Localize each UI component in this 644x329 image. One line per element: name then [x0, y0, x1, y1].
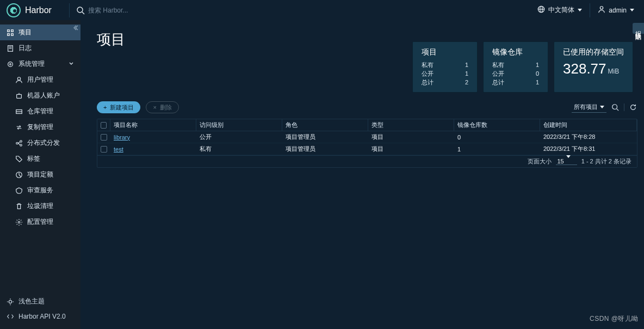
sidebar-item-projects[interactable]: 项目	[0, 25, 81, 40]
btn-label: 删除	[160, 103, 172, 112]
card-storage: 已使用的存储空间 328.77MiB	[554, 41, 633, 93]
svg-line-1	[82, 12, 84, 14]
sidebar-item-users[interactable]: 用户管理	[0, 72, 81, 88]
col-access[interactable]: 访问级别	[196, 119, 282, 131]
language-label: 中文简体	[548, 5, 574, 15]
user-menu[interactable]: admin	[598, 5, 634, 15]
replication-icon	[15, 124, 23, 131]
api-label: Harbor API V2.0	[18, 313, 66, 320]
col-repo-count[interactable]: 镜像仓库数	[454, 119, 540, 131]
harbor-logo	[7, 3, 21, 17]
value: 1	[465, 69, 468, 78]
sidebar-item-config[interactable]: 配置管理	[0, 214, 81, 230]
col-created[interactable]: 创建时间	[540, 119, 637, 131]
svg-point-26	[18, 221, 20, 223]
language-switcher[interactable]: 中文简体	[537, 5, 582, 15]
cell-type: 项目	[368, 143, 454, 155]
card-title: 已使用的存储空间	[563, 47, 624, 57]
projects-table: 项目名称 访问级别 角色 类型 镜像仓库数 创建时间 library公开项目管理…	[97, 119, 637, 168]
sidebar-item-label: 系统管理	[18, 59, 45, 69]
sidebar-item-label: 机器人账户	[27, 91, 60, 100]
svg-rect-9	[11, 33, 14, 35]
svg-line-24	[18, 143, 20, 145]
sidebar-item-audit[interactable]: 审查服务	[0, 182, 81, 198]
col-name[interactable]: 项目名称	[110, 119, 196, 131]
table-row: test私有项目管理员项目12022/3/21 下午8:31	[97, 143, 637, 155]
logs-icon	[7, 45, 14, 52]
col-type[interactable]: 类型	[368, 119, 454, 131]
sidebar-item-label: 配置管理	[27, 217, 53, 227]
divider	[590, 3, 590, 17]
new-project-button[interactable]: + 新建项目	[97, 101, 140, 113]
sidebar-item-distribution[interactable]: 分布式分发	[0, 135, 81, 151]
audit-icon	[15, 187, 23, 194]
quota-icon	[15, 171, 23, 179]
card-repos: 镜像仓库 私有1 公开0 总计1	[483, 41, 548, 93]
sidebar-item-logs[interactable]: 日志	[0, 40, 81, 56]
sidebar-item-label: 审查服务	[27, 186, 53, 195]
label: 总计	[422, 78, 434, 87]
sidebar-item-label: 分布式分发	[27, 138, 60, 148]
col-role[interactable]: 角色	[282, 119, 368, 131]
chevron-down-icon	[578, 9, 582, 11]
label: 总计	[492, 78, 504, 87]
search-input[interactable]	[88, 7, 230, 14]
brand-name: Harbor	[25, 5, 52, 15]
sidebar-item-robots[interactable]: 机器人账户	[0, 88, 81, 103]
user-name: admin	[609, 7, 627, 14]
page-size-select[interactable]: 15	[556, 158, 577, 165]
sidebar-item-quota[interactable]: 项目定额	[0, 167, 81, 182]
chevron-down-icon	[566, 155, 571, 164]
svg-rect-16	[17, 94, 22, 98]
cell-role: 项目管理员	[282, 131, 368, 143]
filter-dropdown[interactable]: 所有项目	[572, 102, 606, 113]
sidebar-item-registry[interactable]: 仓库管理	[0, 103, 81, 119]
users-icon	[15, 76, 23, 84]
card-projects: 项目 私有1 公开1 总计2	[412, 41, 478, 93]
sidebar-item-labels[interactable]: 标签	[0, 151, 81, 167]
theme-toggle[interactable]: 浅色主题	[0, 294, 81, 309]
btn-label: 新建项目	[110, 103, 134, 112]
project-link[interactable]: test	[114, 146, 123, 153]
project-link[interactable]: library	[114, 134, 130, 141]
storage-unit: MiB	[608, 68, 620, 75]
label: 公开	[422, 69, 434, 78]
sidebar-item-gc[interactable]: 垃圾清理	[0, 198, 81, 214]
card-title: 镜像仓库	[492, 47, 539, 57]
row-checkbox[interactable]	[101, 134, 107, 141]
projects-icon	[7, 29, 14, 36]
gear-icon	[7, 60, 14, 68]
label: 私有	[492, 60, 504, 69]
label: 公开	[492, 69, 504, 78]
svg-rect-8	[8, 33, 10, 35]
delete-button[interactable]: × 删除	[146, 101, 178, 113]
value: 1	[465, 60, 468, 69]
storage-value: 328.77	[563, 60, 606, 77]
value: 1	[536, 60, 539, 69]
cell-access: 公开	[196, 131, 282, 143]
api-icon	[7, 313, 14, 320]
feedback-tab[interactable]: 报告缺陷	[633, 23, 644, 34]
refresh-icon-button[interactable]	[629, 103, 637, 112]
search-icon-button[interactable]	[611, 103, 620, 112]
collapse-sidebar-icon[interactable]	[72, 25, 78, 33]
robot-icon	[15, 92, 23, 100]
distribution-icon	[15, 139, 23, 147]
api-link[interactable]: Harbor API V2.0	[0, 309, 81, 324]
sidebar-item-label: 仓库管理	[27, 107, 53, 116]
theme-label: 浅色主题	[18, 297, 45, 306]
sidebar-section-system[interactable]: 系统管理	[0, 56, 81, 72]
cell-role: 项目管理员	[282, 143, 368, 155]
row-checkbox[interactable]	[101, 146, 107, 153]
divider	[624, 103, 624, 111]
cell-created: 2022/3/21 下午8:31	[540, 143, 637, 155]
sidebar-item-label: 复制管理	[27, 123, 53, 132]
page-size-value: 15	[557, 158, 564, 164]
sidebar-item-replication[interactable]: 复制管理	[0, 119, 81, 135]
pagination-range: 1 - 2 共计 2 条记录	[581, 157, 631, 166]
svg-point-21	[20, 140, 22, 142]
sidebar-item-label: 日志	[18, 44, 32, 53]
select-all-checkbox[interactable]	[101, 122, 107, 129]
cog-icon	[15, 218, 23, 226]
svg-rect-6	[8, 29, 10, 32]
